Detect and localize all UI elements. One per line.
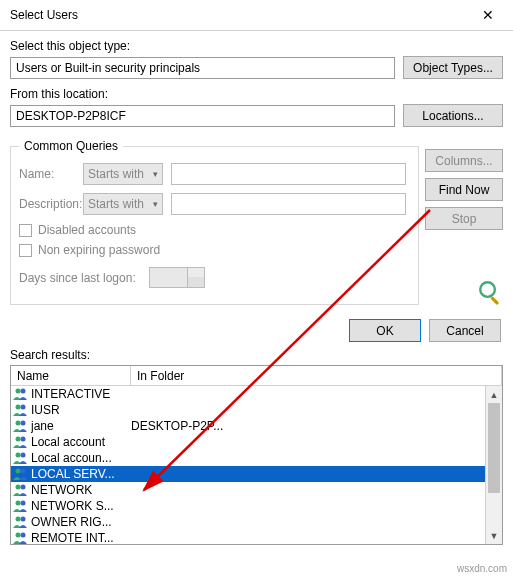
row-name: Local accoun... bbox=[31, 451, 131, 465]
description-input[interactable] bbox=[171, 193, 406, 215]
svg-point-8 bbox=[16, 437, 21, 442]
svg-point-11 bbox=[21, 453, 26, 458]
svg-point-7 bbox=[21, 421, 26, 426]
object-types-button[interactable]: Object Types... bbox=[403, 56, 503, 79]
cancel-button[interactable]: Cancel bbox=[429, 319, 501, 342]
window-titlebar: Select Users ✕ bbox=[0, 0, 513, 31]
object-type-field[interactable] bbox=[10, 57, 395, 79]
user-group-icon bbox=[13, 435, 29, 449]
from-location-label: From this location: bbox=[10, 87, 503, 101]
location-field[interactable] bbox=[10, 105, 395, 127]
svg-point-3 bbox=[21, 389, 26, 394]
row-name: NETWORK S... bbox=[31, 499, 131, 513]
user-group-icon bbox=[13, 531, 29, 545]
column-headers[interactable]: Name In Folder bbox=[11, 366, 502, 386]
search-icon bbox=[477, 279, 503, 305]
common-queries-group: Common Queries Name: Starts with▾ Descri… bbox=[10, 139, 419, 305]
svg-point-2 bbox=[16, 389, 21, 394]
scroll-up-icon[interactable]: ▲ bbox=[486, 386, 502, 403]
svg-point-20 bbox=[16, 533, 21, 538]
list-item[interactable]: IUSR bbox=[11, 402, 502, 418]
chevron-down-icon: ▾ bbox=[153, 169, 158, 179]
svg-point-18 bbox=[16, 517, 21, 522]
name-input[interactable] bbox=[171, 163, 406, 185]
user-group-icon bbox=[13, 451, 29, 465]
dialog-content: Select this object type: Object Types...… bbox=[0, 31, 513, 549]
user-group-icon bbox=[13, 387, 29, 401]
ok-button[interactable]: OK bbox=[349, 319, 421, 342]
row-name: NETWORK bbox=[31, 483, 131, 497]
list-item[interactable]: REMOTE INT... bbox=[11, 530, 502, 545]
svg-point-17 bbox=[21, 501, 26, 506]
list-item[interactable]: Local accoun... bbox=[11, 450, 502, 466]
user-group-icon bbox=[13, 483, 29, 497]
name-match-combo[interactable]: Starts with▾ bbox=[83, 163, 163, 185]
non-expiring-checkbox[interactable]: Non expiring password bbox=[19, 243, 410, 257]
column-infolder[interactable]: In Folder bbox=[131, 366, 502, 385]
svg-point-9 bbox=[21, 437, 26, 442]
svg-point-13 bbox=[21, 469, 26, 474]
name-label: Name: bbox=[19, 167, 83, 181]
days-since-stepper[interactable] bbox=[149, 267, 205, 288]
user-group-icon bbox=[13, 499, 29, 513]
common-queries-legend: Common Queries bbox=[19, 139, 123, 153]
column-name[interactable]: Name bbox=[11, 366, 131, 385]
row-folder: DESKTOP-P2P... bbox=[131, 419, 502, 433]
days-since-label: Days since last logon: bbox=[19, 271, 149, 285]
svg-point-6 bbox=[16, 421, 21, 426]
user-group-icon bbox=[13, 403, 29, 417]
svg-point-0 bbox=[480, 282, 495, 297]
user-group-icon bbox=[13, 419, 29, 433]
locations-button[interactable]: Locations... bbox=[403, 104, 503, 127]
row-name: REMOTE INT... bbox=[31, 531, 131, 545]
user-group-icon bbox=[13, 515, 29, 529]
row-name: OWNER RIG... bbox=[31, 515, 131, 529]
chevron-down-icon: ▾ bbox=[153, 199, 158, 209]
list-item[interactable]: NETWORK bbox=[11, 482, 502, 498]
side-buttons: Columns... Find Now Stop bbox=[419, 135, 503, 305]
svg-point-21 bbox=[21, 533, 26, 538]
description-match-combo[interactable]: Starts with▾ bbox=[83, 193, 163, 215]
object-type-label: Select this object type: bbox=[10, 39, 503, 53]
svg-point-16 bbox=[16, 501, 21, 506]
description-label: Description: bbox=[19, 197, 83, 211]
find-now-button[interactable]: Find Now bbox=[425, 178, 503, 201]
search-results-label: Search results: bbox=[10, 348, 503, 362]
scroll-thumb[interactable] bbox=[488, 403, 500, 493]
close-icon[interactable]: ✕ bbox=[471, 4, 505, 26]
svg-point-5 bbox=[21, 405, 26, 410]
disabled-accounts-checkbox[interactable]: Disabled accounts bbox=[19, 223, 410, 237]
watermark: wsxdn.com bbox=[457, 563, 507, 574]
list-item[interactable]: Local account bbox=[11, 434, 502, 450]
list-item[interactable]: OWNER RIG... bbox=[11, 514, 502, 530]
svg-point-4 bbox=[16, 405, 21, 410]
row-name: jane bbox=[31, 419, 131, 433]
search-results-list[interactable]: Name In Folder INTERACTIVEIUSRjaneDESKTO… bbox=[10, 365, 503, 545]
row-name: INTERACTIVE bbox=[31, 387, 131, 401]
stop-button[interactable]: Stop bbox=[425, 207, 503, 230]
scrollbar[interactable]: ▲ ▼ bbox=[485, 386, 502, 544]
columns-button[interactable]: Columns... bbox=[425, 149, 503, 172]
svg-point-12 bbox=[16, 469, 21, 474]
list-item[interactable]: NETWORK S... bbox=[11, 498, 502, 514]
svg-point-15 bbox=[21, 485, 26, 490]
window-title: Select Users bbox=[10, 8, 471, 22]
list-item[interactable]: INTERACTIVE bbox=[11, 386, 502, 402]
svg-point-10 bbox=[16, 453, 21, 458]
checkbox-icon bbox=[19, 244, 32, 257]
svg-point-14 bbox=[16, 485, 21, 490]
row-name: IUSR bbox=[31, 403, 131, 417]
list-item[interactable]: janeDESKTOP-P2P... bbox=[11, 418, 502, 434]
svg-point-19 bbox=[21, 517, 26, 522]
list-item[interactable]: LOCAL SERV... bbox=[11, 466, 502, 482]
checkbox-icon bbox=[19, 224, 32, 237]
row-name: Local account bbox=[31, 435, 131, 449]
row-name: LOCAL SERV... bbox=[31, 467, 131, 481]
user-group-icon bbox=[13, 467, 29, 481]
scroll-down-icon[interactable]: ▼ bbox=[486, 527, 502, 544]
svg-rect-1 bbox=[490, 296, 499, 305]
